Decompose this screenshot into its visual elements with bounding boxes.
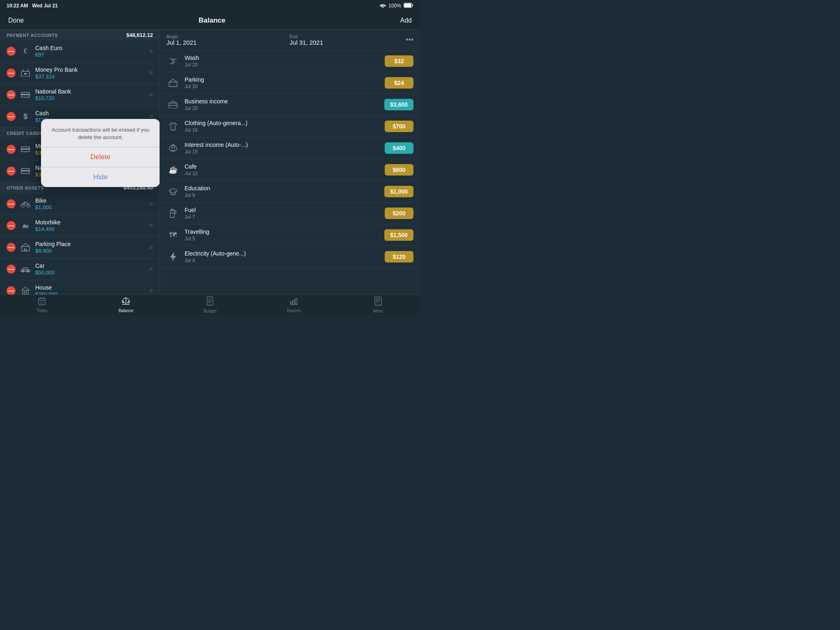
- tab-budget[interactable]: Budget: [168, 295, 252, 315]
- right-panel: Begin Jul 1, 2021 End Jul 31, 2021 ••• W…: [160, 30, 420, 294]
- left-panel: PAYMENT ACCOUNTS $48,612.12 € Cash Euro …: [0, 30, 160, 294]
- electricity-date: Jul 4: [185, 258, 380, 263]
- status-right: 100%: [379, 3, 413, 9]
- end-value[interactable]: Jul 31, 2021: [290, 39, 399, 46]
- reports-icon: [290, 297, 299, 307]
- date-begin: Begin Jul 1, 2021: [167, 34, 276, 46]
- svg-point-22: [174, 147, 175, 148]
- status-time: 10:22 AM Wed Jul 21: [7, 3, 58, 9]
- nav-title: Balance: [199, 16, 225, 25]
- transaction-row-interest: Interest income (Auto-...) Jul 15 $400: [160, 137, 420, 159]
- interest-icon: [167, 142, 180, 155]
- fuel-amount: $200: [385, 208, 413, 219]
- svg-rect-1: [404, 3, 411, 7]
- transaction-row-education: Education Jul 9 $1,000: [160, 181, 420, 203]
- balance-label: Balance: [119, 308, 133, 313]
- travelling-name: Travelling: [185, 228, 379, 235]
- budget-label: Budget: [203, 309, 217, 313]
- more-options-button[interactable]: •••: [406, 36, 413, 44]
- cafe-amount: $800: [385, 164, 413, 176]
- parking-t-name: Parking: [185, 76, 380, 83]
- begin-value[interactable]: Jul 1, 2021: [167, 39, 276, 46]
- fuel-name: Fuel: [185, 207, 380, 213]
- wifi-icon: [379, 3, 386, 9]
- delete-confirm-button[interactable]: Delete: [41, 147, 160, 167]
- tab-more[interactable]: More: [336, 295, 420, 315]
- wash-name: Wash: [185, 55, 380, 61]
- tab-bar: 21 Today Balance Budget: [0, 294, 420, 315]
- date-divider: [283, 34, 283, 46]
- parking-t-amount: $24: [385, 77, 413, 89]
- budget-icon: [206, 297, 214, 308]
- svg-rect-18: [169, 82, 177, 87]
- popup-overlay[interactable]: Account transactions will be erased if y…: [0, 30, 160, 294]
- education-amount: $1,000: [384, 186, 413, 197]
- tab-balance[interactable]: Balance: [84, 295, 168, 315]
- cafe-name: Cafe: [185, 163, 380, 170]
- electricity-icon: [167, 250, 180, 263]
- parking-t-date: Jul 20: [185, 84, 380, 89]
- transaction-row-fuel: Fuel Jul 7 $200: [160, 203, 420, 224]
- status-bar: 10:22 AM Wed Jul 21 100%: [0, 0, 420, 11]
- tab-today[interactable]: 21 Today: [0, 295, 84, 315]
- business-amount: $3,600: [384, 99, 413, 110]
- travelling-date: Jul 5: [185, 236, 379, 242]
- today-label: Today: [37, 308, 48, 313]
- date-end: End Jul 31, 2021: [290, 34, 399, 46]
- hide-button[interactable]: Hide: [41, 167, 160, 187]
- transaction-row-business: Business income Jul 20 $3,600: [160, 94, 420, 116]
- begin-label: Begin: [167, 34, 276, 39]
- clothing-name: Clothing (Auto-genera...): [185, 120, 380, 126]
- travelling-icon: 🗺: [167, 228, 180, 242]
- add-button[interactable]: Add: [400, 17, 412, 24]
- svg-rect-27: [375, 297, 381, 305]
- end-label: End: [290, 34, 399, 39]
- balance-icon: [121, 297, 130, 307]
- delete-confirm-popup: Account transactions will be erased if y…: [41, 119, 160, 187]
- more-label: More: [373, 309, 383, 313]
- transaction-row-travelling: 🗺 Travelling Jul 5 $1,500: [160, 224, 420, 246]
- parking-t-icon: [167, 76, 180, 89]
- fuel-date: Jul 7: [185, 214, 380, 220]
- business-name: Business income: [185, 98, 379, 105]
- fuel-icon: [167, 207, 180, 220]
- main-content: PAYMENT ACCOUNTS $48,612.12 € Cash Euro …: [0, 30, 420, 294]
- reports-label: Reports: [287, 308, 301, 313]
- transaction-row-clothing: Clothing (Auto-genera...) Jul 16 $700: [160, 116, 420, 137]
- clothing-icon: [167, 120, 180, 133]
- transaction-row-electricity: Electricity (Auto-gene...) Jul 4 $120: [160, 246, 420, 268]
- business-date: Jul 20: [185, 105, 379, 111]
- today-icon: 21: [38, 297, 46, 307]
- svg-text:21: 21: [40, 301, 43, 304]
- education-icon: [167, 185, 180, 198]
- clothing-date: Jul 16: [185, 127, 380, 133]
- transaction-row-parking: Parking Jul 20 $24: [160, 72, 420, 94]
- wash-icon: [167, 55, 180, 68]
- cafe-date: Jul 10: [185, 171, 380, 176]
- electricity-amount: $120: [385, 251, 413, 262]
- svg-rect-23: [170, 210, 174, 217]
- interest-date: Jul 15: [185, 149, 380, 155]
- education-date: Jul 9: [185, 192, 379, 198]
- more-icon: [374, 297, 382, 308]
- interest-amount: $400: [385, 142, 413, 154]
- transaction-row-cafe: ☕ Cafe Jul 10 $800: [160, 159, 420, 181]
- cafe-icon: ☕: [167, 163, 180, 176]
- svg-point-21: [171, 147, 172, 148]
- battery-icon: [404, 3, 413, 9]
- done-button[interactable]: Done: [8, 17, 24, 24]
- education-name: Education: [185, 185, 379, 192]
- battery-text: 100%: [388, 3, 401, 9]
- transaction-row-wash: Wash Jul 20 $32: [160, 50, 420, 72]
- nav-bar: Done Balance Add: [0, 11, 420, 30]
- date-filter: Begin Jul 1, 2021 End Jul 31, 2021 •••: [160, 30, 420, 50]
- wash-date: Jul 20: [185, 62, 380, 68]
- popup-message: Account transactions will be erased if y…: [41, 119, 160, 147]
- business-icon: [167, 98, 180, 111]
- travelling-amount: $1,500: [384, 229, 413, 241]
- clothing-amount: $700: [385, 121, 413, 132]
- wash-amount: $32: [385, 55, 413, 67]
- tab-reports[interactable]: Reports: [252, 295, 336, 315]
- interest-name: Interest income (Auto-...): [185, 142, 380, 148]
- electricity-name: Electricity (Auto-gene...): [185, 250, 380, 257]
